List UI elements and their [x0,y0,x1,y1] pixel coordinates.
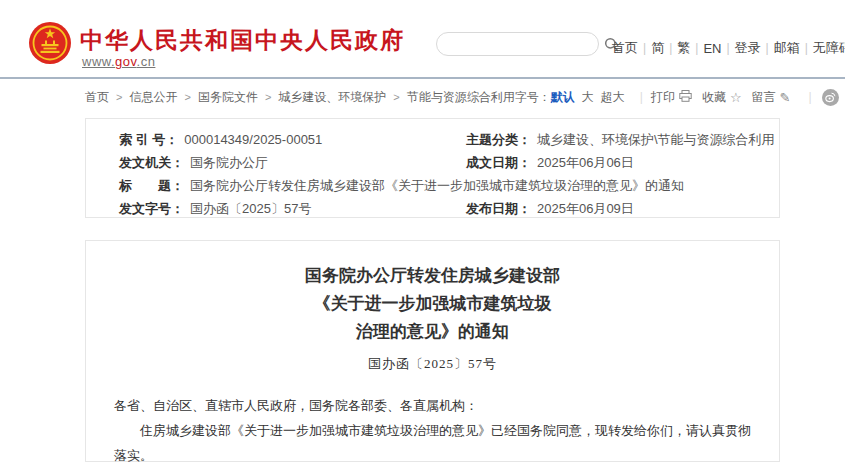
page-toolbar: 字号： 默认 大 超大 | 打印 收藏 ☆ 留言 [515,89,845,106]
nav-mail[interactable]: 邮箱 [774,39,800,57]
breadcrumb-home[interactable]: 首页 [85,89,109,106]
toolbar-divider: | [808,90,811,104]
meta-pub-date: 发布日期： 2025年06月09日 [466,200,779,218]
nav-divider: | [669,41,672,55]
font-size-label: 字号： [515,89,551,106]
breadcrumb-energy-resources[interactable]: 节能与资源综合利用 [407,89,515,106]
document-card: 国务院办公厅转发住房城乡建设部 《关于进一步加强城市建筑垃圾 治理的意见》的通知… [85,240,780,462]
nav-simplified[interactable]: 简 [651,39,664,57]
meta-row: 发文机关： 国务院办公厅 成文日期： 2025年06月06日 [119,151,779,174]
index-label: 索 引 号： [119,131,178,149]
breadcrumb-bar: 首页 > 信息公开 > 国务院文件 > 城乡建设、环境保护 > 节能与资源综合利… [85,79,780,115]
star-icon: ☆ [730,90,742,105]
pub-date-label: 发布日期： [466,200,531,218]
site-title: 中华人民共和国中央人民政府 [80,25,405,56]
nav-english[interactable]: EN [703,41,721,56]
comment-button[interactable]: 留言 ✎ [752,89,791,106]
url-gov: gov [115,54,137,69]
pencil-icon: ✎ [780,90,791,105]
nav-divider: | [805,41,808,55]
document-number: 国办函〔2025〕57号 [86,355,779,373]
print-button[interactable]: 打印 [651,89,692,106]
index-value: 000014349/2025-00051 [184,132,322,147]
share-weibo-icon[interactable] [822,89,839,106]
font-size-xlarge-button[interactable]: 超大 [601,89,625,106]
font-size-default-button[interactable]: 默认 [551,89,575,106]
document-body: 各省、自治区、直辖市人民政府，国务院各部委、各直属机构： 住房城乡建设部《关于进… [86,393,779,468]
category-label: 主题分类： [466,131,531,149]
meta-written-date: 成文日期： 2025年06月06日 [466,154,779,172]
meta-agency: 发文机关： 国务院办公厅 [119,154,466,172]
document-signer: 国务院办公厅 [86,469,691,473]
url-cn: .cn [137,54,156,69]
printer-icon [679,90,692,105]
document-title: 国务院办公厅转发住房城乡建设部 《关于进一步加强城市建筑垃圾 治理的意见》的通知 [86,262,779,346]
favorite-label: 收藏 [702,89,726,106]
document-title-line: 国务院办公厅转发住房城乡建设部 [86,262,779,290]
national-emblem-icon [28,20,72,66]
document-signature: 国务院办公厅 2025年6月6日 [86,469,779,473]
breadcrumb-separator: > [184,91,190,103]
nav-accessibility[interactable]: 无障碍 [813,39,845,57]
title-value: 国务院办公厅转发住房城乡建设部《关于进一步加强城市建筑垃圾治理的意见》的通知 [190,177,684,195]
breadcrumb-state-council-docs[interactable]: 国务院文件 [198,89,258,106]
nav-divider: | [695,41,698,55]
meta-index: 索 引 号： 000014349/2025-00051 [119,131,466,149]
category-value: 城乡建设、环境保护\节能与资源综合利用 [537,131,775,149]
document-title-line: 治理的意见》的通知 [86,318,779,346]
top-nav: 首页| 简| 繁| EN| 登录| 邮箱| 无障碍 [612,39,837,57]
page: 中华人民共和国中央人民政府 www.gov.cn 首页| 简| 繁| EN| 登… [0,0,845,473]
document-paragraph: 住房城乡建设部《关于进一步加强城市建筑垃圾治理的意见》已经国务院同意，现转发给你… [114,418,751,468]
nav-divider: | [766,41,769,55]
comment-label: 留言 [752,89,776,106]
search-input[interactable] [449,37,604,51]
agency-value: 国务院办公厅 [190,154,268,172]
pub-date-value: 2025年06月09日 [537,200,634,218]
document-title-line: 《关于进一步加强城市建筑垃圾 [86,290,779,318]
url-www: www. [82,54,115,69]
search-box[interactable] [436,32,599,56]
font-size-large-button[interactable]: 大 [582,89,594,106]
meta-row: 发文字号： 国办函〔2025〕57号 发布日期： 2025年06月09日 [119,197,779,220]
doc-no-value: 国办函〔2025〕57号 [190,200,311,218]
site-url-link[interactable]: www.gov.cn [82,54,155,69]
print-label: 打印 [651,89,675,106]
title-label: 标 题： [119,177,184,195]
nav-traditional[interactable]: 繁 [677,39,690,57]
meta-row: 索 引 号： 000014349/2025-00051 主题分类： 城乡建设、环… [119,128,779,151]
favorite-button[interactable]: 收藏 ☆ [702,89,742,106]
breadcrumb: 首页 > 信息公开 > 国务院文件 > 城乡建设、环境保护 > 节能与资源综合利… [85,89,515,106]
written-date-value: 2025年06月06日 [537,154,634,172]
nav-divider: | [726,41,729,55]
meta-row: 标 题： 国务院办公厅转发住房城乡建设部《关于进一步加强城市建筑垃圾治理的意见》… [119,174,779,197]
breadcrumb-separator: > [116,91,122,103]
document-meta-card: 索 引 号： 000014349/2025-00051 主题分类： 城乡建设、环… [85,118,780,218]
written-date-label: 成文日期： [466,154,531,172]
toolbar-divider: | [640,90,643,104]
agency-label: 发文机关： [119,154,184,172]
document-salutation: 各省、自治区、直辖市人民政府，国务院各部委、各直属机构： [114,393,751,418]
share-buttons [822,89,845,106]
meta-doc-no: 发文字号： 国办函〔2025〕57号 [119,200,466,218]
breadcrumb-separator: > [265,91,271,103]
nav-login[interactable]: 登录 [735,39,761,57]
breadcrumb-urban-env[interactable]: 城乡建设、环境保护 [278,89,386,106]
doc-no-label: 发文字号： [119,200,184,218]
site-header: 中华人民共和国中央人民政府 www.gov.cn 首页| 简| 繁| EN| 登… [0,0,845,77]
meta-category: 主题分类： 城乡建设、环境保护\节能与资源综合利用 [466,131,779,149]
breadcrumb-separator: > [393,91,399,103]
nav-divider: | [643,41,646,55]
breadcrumb-info-disclosure[interactable]: 信息公开 [129,89,177,106]
nav-home[interactable]: 首页 [612,39,638,57]
